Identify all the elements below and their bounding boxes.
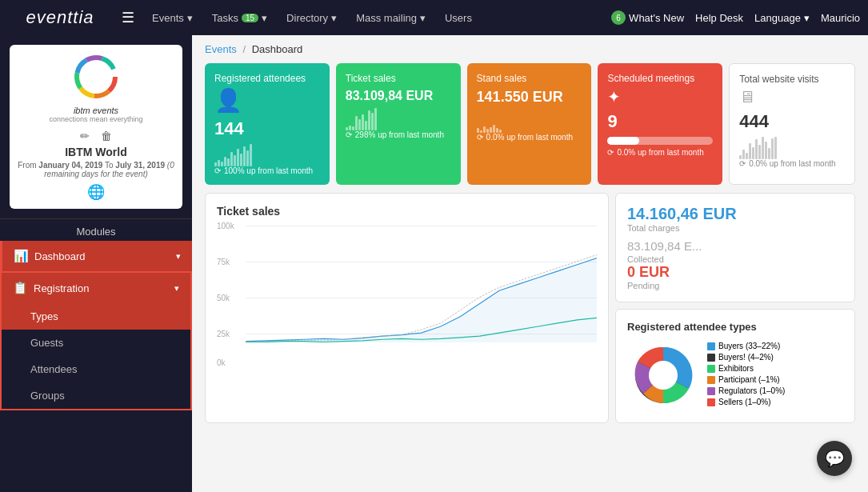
topnav-right: 6 What's New Help Desk Language ▾ Mauric… [611,10,860,25]
pie-area: Buyers (33–22%) Buyers! (4–2%) Exhibitor… [627,339,843,411]
nav-directory[interactable]: Directory ▾ [278,7,345,29]
sidebar-item-registration[interactable]: 📋 Registration ▾ [2,273,190,303]
stat-scheduled-meetings: Scheduled meetings ✦ 9 ⟳ 0.0% up from la… [598,63,722,185]
legend-item: Participant (–1%) [707,375,785,384]
delete-icon[interactable]: 🗑 [101,130,112,142]
nav-tasks[interactable]: Tasks 15 ▾ [204,7,275,29]
sparkline [214,144,320,166]
sidebar-item-label: Dashboard [34,250,86,262]
sidebar-item-attendees[interactable]: Attendees [2,356,190,382]
up-icon: ⟳ [214,166,221,175]
up-icon: ⟳ [607,148,614,157]
event-dates: From January 04, 2019 To July 31, 2019 (… [18,161,174,178]
sidebar-sub-label: Guests [30,337,63,349]
breadcrumb-parent[interactable]: Events [205,43,237,55]
nav-mass-mailing[interactable]: Mass mailing ▾ [348,7,434,29]
bottom-row: Ticket sales 100k 75k 50k 25k 0k [192,193,868,431]
breadcrumb: Events / Dashboard [192,35,868,63]
legend-item: Buyers (33–22%) [707,342,785,350]
help-desk-button[interactable]: Help Desk [695,12,743,24]
sparkline [477,110,582,133]
sidebar-sub-label: Groups [30,390,65,402]
sidebar-item-guests[interactable]: Guests [2,330,190,356]
up-icon: ⟳ [346,130,352,139]
modules-label: Modules [0,218,192,241]
chevron-down-icon: ▾ [187,12,193,24]
whats-new-button[interactable]: 6 What's New [611,10,684,25]
nav-events[interactable]: Events ▾ [144,7,201,29]
stats-row: Registered attendees 👤 144 [192,63,868,193]
chat-icon: 💬 [825,449,845,468]
sidebar-item-dashboard[interactable]: 📊 Dashboard ▾ [0,241,192,271]
chat-fab-button[interactable]: 💬 [817,441,852,476]
nav-items: Events ▾ Tasks 15 ▾ Directory ▾ Mass mai… [144,7,611,29]
sparkline [739,137,845,159]
top-navigation: eventtia ☰ Events ▾ Tasks 15 ▾ Directory… [0,0,868,35]
ticket-chart-panel: Ticket sales 100k 75k 50k 25k 0k [205,193,609,423]
language-button[interactable]: Language ▾ [754,12,810,24]
hamburger-menu[interactable]: ☰ [112,9,144,26]
up-icon: ⟳ [739,159,746,168]
sidebar-item-label: Registration [34,282,89,294]
user-menu[interactable]: Mauricio [821,12,860,24]
legend-item: Regulators (1–0%) [707,386,785,395]
event-title: IBTM World [18,146,174,158]
dashboard-icon: 📊 [14,249,28,263]
sidebar-item-groups[interactable]: Groups [2,382,190,409]
event-card: ibtm events connections mean everything … [10,45,182,209]
chevron-down-icon: ▾ [174,283,179,294]
legend-item: Buyers! (4–2%) [707,353,785,362]
registration-section: 📋 Registration ▾ Types Guests Attendees … [0,271,192,410]
event-logo [72,53,120,101]
pie-legend: Buyers (33–22%) Buyers! (4–2%) Exhibitor… [707,342,785,409]
up-icon: ⟳ [477,133,483,142]
sidebar-sub-label: Attendees [30,363,78,375]
sparkline [346,108,451,130]
totals-panel: 14.160,46 EUR Total charges 83.109,84 E.… [615,193,855,302]
edit-icon[interactable]: ✏ [80,130,90,142]
chevron-down-icon: ▾ [176,251,181,262]
stat-ticket-sales: Ticket sales 83.109,84 EUR ⟳ 298% u [336,63,461,185]
event-sub: connections mean everything [18,115,174,123]
event-actions: ✏ 🗑 [18,130,174,142]
legend-item: Sellers (1–0%) [707,398,785,406]
legend-item: Exhibitors [707,364,785,373]
chevron-down-icon: ▾ [262,12,267,24]
globe-icon[interactable]: 🌐 [18,183,174,201]
main-content: Events / Dashboard Registered attendees … [192,35,868,492]
ticket-chart-svg [246,226,597,342]
sidebar-item-types[interactable]: Types [2,303,190,330]
chevron-down-icon: ▾ [804,12,810,24]
registration-icon: 📋 [13,281,27,295]
stat-website-visits: Total website visits 🖥 444 [729,63,855,185]
ticket-chart-area: 100k 75k 50k 25k 0k [217,226,597,370]
nav-users[interactable]: Users [437,7,480,29]
chevron-down-icon: ▾ [420,12,426,24]
stat-registered-attendees: Registered attendees 👤 144 [205,63,330,185]
sidebar: ibtm events connections mean everything … [0,35,192,492]
stat-stand-sales: Stand sales 141.550 EUR ⟳ 0.0% up from l… [467,63,592,185]
svg-point-9 [649,361,678,390]
breadcrumb-current: Dashboard [252,43,303,55]
chevron-down-icon: ▾ [331,12,337,24]
sidebar-sub-label: Types [30,310,58,322]
right-panels: 14.160,46 EUR Total charges 83.109,84 E.… [615,193,855,423]
pie-panel: Registered attendee types [615,309,855,423]
logo: eventtia [8,7,112,28]
pie-chart-svg [627,339,699,411]
event-brand: ibtm events [18,106,174,115]
